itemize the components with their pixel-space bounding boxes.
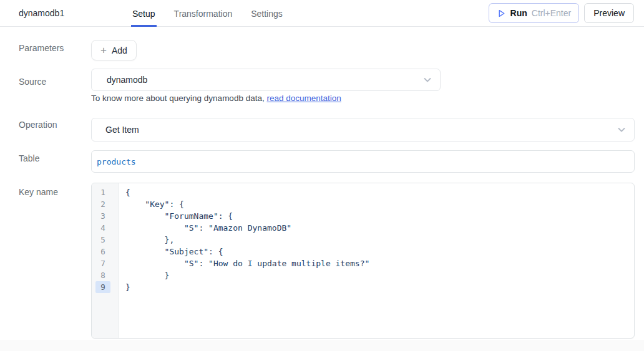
line-number: 2 [95,198,110,210]
code-line[interactable]: { [125,186,634,198]
tab-setup[interactable]: Setup [131,0,157,27]
operation-select[interactable]: Get Item [91,118,635,142]
query-title: dynamodb1 [19,8,64,18]
code-line[interactable]: } [125,281,634,293]
line-number: 4 [95,222,110,234]
source-select-value: dynamodb [107,75,147,85]
code-line[interactable]: } [125,269,634,281]
code-line[interactable]: "ForumName": { [125,210,634,222]
header-actions: Run Ctrl+Enter Preview [489,3,634,23]
plus-icon: + [100,45,107,55]
code-line[interactable]: "Subject": { [125,246,634,257]
operation-label: Operation [19,120,57,130]
source-label: Source [19,77,46,87]
play-icon [497,9,506,18]
operation-select-value: Get Item [105,125,139,135]
table-label: Table [19,153,39,163]
run-shortcut-hint: Ctrl+Enter [532,8,571,18]
add-parameter-button[interactable]: + Add [91,40,137,60]
tab-settings[interactable]: Settings [250,0,284,27]
code-line[interactable]: "Key": { [125,198,634,210]
tab-transformation[interactable]: Transformation [173,0,234,27]
run-button-label: Run [510,8,527,18]
line-number: 8 [95,269,110,281]
parameters-label: Parameters [19,43,64,53]
editor-code-pane[interactable]: { "Key": { "ForumName": { "S": "Amazon D… [119,183,634,338]
source-helper-text: To know more about querying dynamodb dat… [91,94,341,103]
code-line[interactable]: "S": "Amazon DynamoDB" [125,222,634,234]
key-name-label: Key name [19,187,58,197]
line-number: 7 [95,257,110,269]
code-line[interactable]: }, [125,234,634,246]
chevron-down-icon [422,75,432,85]
add-parameter-label: Add [112,46,127,55]
tab-bar: SetupTransformationSettings [131,0,284,27]
source-helper-prefix: To know more about querying dynamodb dat… [91,94,266,103]
table-name-input[interactable] [91,150,635,173]
line-number: 6 [95,246,110,257]
query-editor-header: dynamodb1 SetupTransformationSettings Ru… [0,0,644,27]
editor-gutter: 123456789 [92,183,119,338]
key-name-code-editor[interactable]: 123456789 { "Key": { "ForumName": { "S":… [91,183,635,339]
line-number: 5 [95,234,110,246]
line-number: 9 [95,281,110,293]
read-documentation-link[interactable]: read documentation [266,94,341,103]
source-select[interactable]: dynamodb [91,69,441,91]
line-number: 3 [95,210,110,222]
run-button[interactable]: Run Ctrl+Enter [489,3,580,23]
chevron-down-icon [617,125,627,135]
line-number: 1 [95,186,110,198]
code-line[interactable]: "S": "How do I update multiple items?" [125,257,634,269]
panel-footer-strip [0,340,644,351]
preview-button[interactable]: Preview [584,3,634,23]
